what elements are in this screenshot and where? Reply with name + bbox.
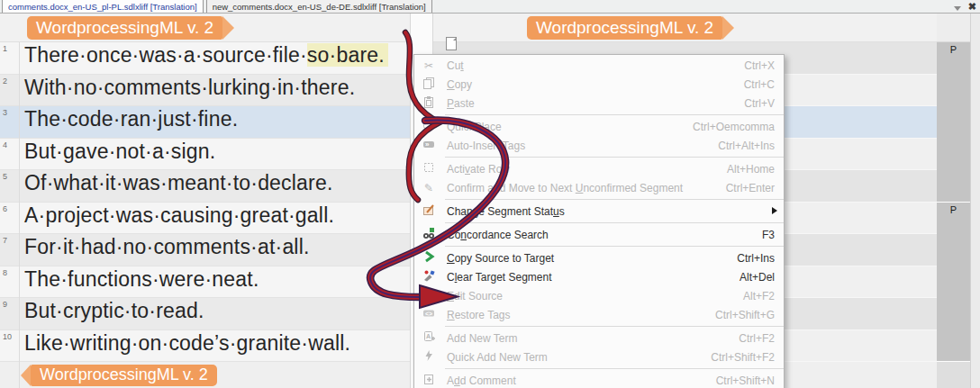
segment-number: 2	[3, 77, 7, 86]
segment-text: A·project·was·causing·great·gall.	[24, 203, 334, 228]
chevron-down-icon[interactable]	[954, 6, 961, 11]
segment-text: But·cryptic·to·read.	[24, 299, 204, 323]
segment-number: 5	[3, 172, 7, 181]
trados-editor-window: comments.docx_en-US_pl-PL.sdlxliff [Tran…	[0, 0, 980, 388]
context-menu: ✂ CutCtrl+X CopyCtrl+C PasteCtrl+V Quick…	[413, 54, 785, 388]
menu-separator	[445, 157, 784, 158]
source-segment-row[interactable]: 2 With·no·comments·lurking·in·there.	[0, 75, 411, 106]
segment-number: 6	[3, 204, 7, 213]
paragraph-marker: P	[937, 42, 970, 203]
segment-number: 8	[3, 268, 7, 277]
number-column-divider	[19, 42, 20, 388]
green-chevron-icon	[419, 250, 439, 266]
lightning-icon	[419, 349, 439, 365]
source-segment-row[interactable]: 7 For·it·had·no·comments·at·all.	[0, 234, 411, 266]
segment-text: There·once·was·a·source·file·so·bare.	[24, 43, 388, 68]
menu-separator	[445, 246, 784, 247]
confirm-pencil-icon: ✎	[419, 182, 439, 194]
menu-item-activate-row: Activate RowAlt+Home	[414, 159, 784, 178]
document-tab-bar: comments.docx_en-US_pl-PL.sdlxliff [Tran…	[0, 0, 980, 14]
copy-icon	[419, 77, 439, 92]
segment-status-icon	[419, 203, 439, 219]
tab-controls: ✖	[954, 1, 976, 12]
target-structure-banner-open: WordprocessingML v. 2	[527, 16, 722, 40]
quickplace-tag-icon	[419, 119, 439, 134]
menu-item-copy-source-to-target[interactable]: Copy Source to TargetCtrl+Ins	[414, 248, 784, 267]
source-segment-row-selected[interactable]: 3 The·code·ran·just·fine.	[0, 106, 411, 139]
restore-tags-icon: <>	[419, 307, 439, 322]
segment-text: For·it·had·no·comments·at·all.	[24, 235, 310, 259]
menu-item-quickplace: QuickPlaceCtrl+Oemcomma	[414, 117, 784, 136]
binoculars-icon	[419, 227, 439, 242]
clear-segment-icon	[419, 269, 439, 284]
menu-separator	[445, 326, 784, 327]
menu-item-quick-add-new-term: Quick Add New TermCtrl+Shift+F2	[414, 347, 784, 366]
segment-number: 1	[3, 44, 7, 53]
segment-text: The·functions·were·neat.	[24, 267, 259, 292]
segment-number: 3	[3, 108, 7, 117]
menu-separator	[445, 368, 784, 369]
source-segment-row[interactable]: 1 There·once·was·a·source·file·so·bare.	[0, 42, 411, 75]
auto-insert-tags-icon: »	[419, 138, 439, 153]
close-icon[interactable]: ✖	[968, 1, 976, 12]
menu-item-change-segment-status[interactable]: Change Segment Status	[414, 202, 784, 221]
menu-item-cut: ✂ CutCtrl+X	[414, 56, 784, 75]
menu-item-add-new-term: A Add New TermCtrl+F2	[414, 329, 784, 347]
segment-number: 10	[3, 332, 12, 341]
selection-anchor-mark	[409, 40, 412, 57]
menu-item-add-comment: Add CommentCtrl+Shift+N	[414, 371, 784, 388]
tab-comments-docx[interactable]: comments.docx_en-US_pl-PL.sdlxliff [Tran…	[2, 0, 204, 13]
menu-separator	[445, 199, 784, 200]
paste-icon	[419, 95, 439, 111]
source-segment-row[interactable]: 6 A·project·was·causing·great·gall.	[0, 203, 411, 234]
scrollbar-track[interactable]	[970, 14, 980, 388]
svg-text:A: A	[426, 333, 431, 339]
svg-text:»: »	[425, 140, 430, 149]
submenu-arrow-icon	[772, 207, 777, 214]
segment-number: 4	[3, 140, 7, 149]
segment-text: The·code·ran·just·fine.	[24, 107, 238, 131]
source-segment-row[interactable]: 4 But·gave·not·a·sign.	[0, 139, 411, 170]
segment-number: 9	[3, 300, 7, 309]
menu-item-restore-tags: <> Restore TagsCtrl+Shift+G	[414, 305, 784, 324]
menu-item-concordance-search[interactable]: Concordance SearchF3	[414, 225, 784, 244]
activate-row-icon	[419, 161, 439, 176]
edit-source-icon	[419, 288, 439, 303]
svg-text:<>: <>	[425, 311, 432, 317]
add-comment-icon	[419, 373, 439, 388]
highlighted-text: so·bare.	[307, 43, 388, 67]
segment-text: Of·what·it·was·meant·to·declare.	[24, 171, 333, 195]
scissors-icon: ✂	[419, 59, 439, 72]
source-segment-row[interactable]: 9 But·cryptic·to·read.	[0, 298, 411, 330]
menu-item-confirm-move-next: ✎ Confirm and Move to Next Unconfirmed S…	[414, 178, 784, 197]
segment-number: 7	[3, 236, 7, 245]
page-icon	[446, 37, 457, 50]
segment-text: Like·writing·on·code’s·granite·wall.	[24, 331, 350, 356]
structure-column-header	[937, 14, 970, 42]
menu-separator	[445, 114, 784, 115]
menu-item-paste: PasteCtrl+V	[414, 94, 784, 113]
tab-new-comments-docx[interactable]: new_comments.docx_en-US_de-DE.sdlxliff […	[206, 0, 432, 13]
menu-item-clear-target-segment[interactable]: Clear Target SegmentAlt+Del	[414, 267, 784, 286]
source-segment-row[interactable]: 10 Like·writing·on·code’s·granite·wall.	[0, 330, 411, 362]
segment-text: With·no·comments·lurking·in·there.	[24, 76, 355, 100]
menu-item-auto-insert-tags: » Auto-Insert TagsCtrl+Alt+Ins	[414, 136, 784, 155]
segment-text: But·gave·not·a·sign.	[24, 140, 215, 164]
menu-item-copy: CopyCtrl+C	[414, 75, 784, 94]
paragraph-marker: P	[937, 203, 970, 362]
source-segment-row[interactable]: 8 The·functions·were·neat.	[0, 266, 411, 298]
source-segment-row[interactable]: 5 Of·what·it·was·meant·to·declare.	[0, 170, 411, 203]
structure-column-footer	[937, 362, 970, 388]
source-structure-banner-open: WordprocessingML v. 2	[27, 16, 222, 40]
add-term-book-icon: A	[419, 330, 439, 346]
source-structure-banner-close: WordprocessingML v. 2	[31, 365, 217, 386]
menu-item-edit-source: Edit SourceAlt+F2	[414, 286, 784, 305]
menu-separator	[445, 222, 784, 223]
